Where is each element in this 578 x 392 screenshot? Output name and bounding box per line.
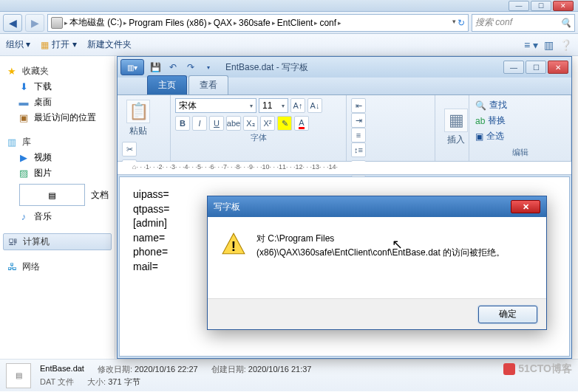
logo-icon: [503, 363, 515, 375]
search-input[interactable]: 搜索 conf 🔍: [472, 14, 575, 32]
search-placeholder: 搜索 conf: [475, 16, 512, 29]
highlight-button[interactable]: ✎: [277, 116, 292, 131]
sidebar-item-music[interactable]: ♪音乐: [3, 209, 112, 224]
star-icon: ★: [6, 66, 18, 78]
file-icon: ▤: [6, 363, 31, 388]
wp-maximize-button[interactable]: ☐: [526, 61, 546, 74]
inc-indent-icon[interactable]: ⇥: [351, 113, 366, 128]
italic-button[interactable]: I: [192, 116, 207, 131]
sidebar-item-computer[interactable]: 🖳计算机: [3, 233, 112, 250]
select-all-icon: ▣: [475, 131, 483, 142]
dialog-close-button[interactable]: ✕: [511, 200, 540, 213]
library-icon: ▥: [6, 137, 18, 148]
maximize-button[interactable]: ☐: [531, 1, 551, 11]
select-all-button[interactable]: ▣全选: [474, 129, 506, 143]
grow-font-icon[interactable]: A↑: [290, 98, 305, 113]
font-color-button[interactable]: A: [294, 116, 309, 131]
crumb-seg[interactable]: 本地磁盘 (C:): [69, 16, 122, 29]
crumb-dropdown-icon[interactable]: ▾: [452, 18, 456, 28]
computer-icon: 🖳: [7, 236, 18, 248]
crumb-seg[interactable]: QAX: [214, 18, 232, 28]
document-icon: ▤: [19, 184, 85, 206]
download-icon: ⬇: [18, 81, 30, 93]
strike-button[interactable]: abe: [226, 116, 241, 131]
replace-button[interactable]: ab替换: [474, 114, 507, 128]
nav-back-button[interactable]: ◀: [3, 14, 22, 32]
sidebar-item-desktop[interactable]: ▬桌面: [3, 94, 112, 110]
paste-icon: 📋: [126, 100, 150, 123]
crumb-seg[interactable]: EntClient: [277, 18, 313, 28]
crumb-seg[interactable]: Program Files (x86): [129, 18, 206, 28]
font-name-combo[interactable]: 宋体▾: [175, 98, 256, 113]
shrink-font-icon[interactable]: A↓: [307, 98, 322, 113]
crumb-seg[interactable]: conf: [319, 18, 336, 28]
minimize-button[interactable]: —: [509, 1, 529, 11]
find-button[interactable]: 🔍查找: [474, 98, 509, 112]
ok-button[interactable]: 确定: [478, 306, 537, 323]
crumb-seg[interactable]: 360safe: [239, 18, 271, 28]
disk-icon: [51, 17, 63, 29]
group-label: 字体: [175, 131, 341, 143]
new-folder-button[interactable]: 新建文件夹: [87, 38, 132, 51]
status-filetype: DAT 文件: [40, 376, 74, 388]
favorites-header[interactable]: ★收藏夹: [3, 63, 112, 79]
sidebar-item-documents[interactable]: ▤文档: [3, 181, 112, 209]
font-size-combo[interactable]: 11▾: [259, 98, 288, 113]
paste-button[interactable]: 📋 粘贴: [122, 98, 154, 139]
find-icon: 🔍: [475, 100, 486, 111]
wordpad-titlebar[interactable]: ▥▾ 💾 ↶ ↷ ▾ EntBase.dat - 写字板 — ☐ ✕: [118, 57, 571, 78]
nav-forward-button[interactable]: ▶: [25, 14, 44, 32]
tab-home[interactable]: 主页: [147, 75, 187, 94]
address-bar: ◀ ▶ ▸ 本地磁盘 (C:)▸ Program Files (x86)▸ QA…: [0, 12, 578, 34]
view-options-button[interactable]: ≡ ▾: [524, 39, 538, 51]
dec-indent-icon[interactable]: ⇤: [351, 98, 366, 113]
organize-button[interactable]: 组织 ▾: [6, 38, 30, 51]
ribbon-tabs: 主页 查看: [118, 78, 571, 95]
dialog-titlebar[interactable]: 写字板 ✕: [208, 196, 546, 217]
ruler[interactable]: ⌂· · ·1· · ·2· · ·3· · ·4· · ·5· · ·6· ·…: [118, 162, 571, 175]
status-bar: ▤ EntBase.dat 修改日期: 2020/10/16 22:27 创建日…: [0, 359, 578, 391]
subscript-button[interactable]: X₂: [243, 116, 258, 131]
redo-icon[interactable]: ↷: [183, 60, 199, 75]
nav-sidebar: ★收藏夹 ⬇下载 ▬桌面 ▣最近访问的位置 ▥库 ▶视频 ▨图片 ▤文档 ♪音乐…: [0, 56, 115, 359]
bullets-icon[interactable]: ≡: [351, 128, 366, 142]
insert-icon: ▦: [444, 109, 468, 132]
help-button[interactable]: ❔: [560, 39, 572, 51]
sidebar-item-videos[interactable]: ▶视频: [3, 150, 112, 165]
breadcrumb[interactable]: ▸ 本地磁盘 (C:)▸ Program Files (x86)▸ QAX▸ 3…: [47, 14, 469, 32]
qat-dropdown-icon[interactable]: ▾: [200, 60, 217, 75]
open-button[interactable]: ▦ 打开 ▾: [41, 38, 76, 51]
network-icon: 🖧: [6, 261, 18, 273]
tab-view[interactable]: 查看: [188, 75, 228, 94]
wp-close-button[interactable]: ✕: [548, 61, 568, 74]
bold-button[interactable]: B: [175, 116, 190, 131]
undo-icon[interactable]: ↶: [165, 60, 181, 75]
wp-minimize-button[interactable]: —: [503, 61, 524, 74]
line-spacing-icon[interactable]: ↕≡: [351, 142, 366, 157]
music-icon: ♪: [18, 211, 30, 223]
recent-icon: ▣: [18, 112, 30, 124]
status-filename: EntBase.dat: [40, 364, 84, 375]
dialog-title: 写字板: [214, 201, 240, 213]
insert-button[interactable]: ▦插入: [440, 107, 472, 148]
preview-pane-button[interactable]: ▥: [544, 39, 554, 51]
watermark: 51CTO博客: [503, 362, 572, 376]
search-icon: 🔍: [560, 18, 571, 28]
sidebar-item-downloads[interactable]: ⬇下载: [3, 79, 112, 94]
dialog-message: 对 C:\Program Files (x86)\QAX\360safe\Ent…: [256, 232, 505, 283]
save-icon[interactable]: 💾: [147, 60, 163, 75]
wordpad-title: EntBase.dat - 写字板: [225, 61, 308, 74]
refresh-icon[interactable]: ↻: [458, 18, 465, 28]
sidebar-item-network[interactable]: 🖧网络: [3, 259, 112, 275]
status-size: 371 字节: [108, 377, 140, 386]
close-button[interactable]: ✕: [553, 1, 574, 11]
libraries-header[interactable]: ▥库: [3, 134, 112, 150]
sidebar-item-pictures[interactable]: ▨图片: [3, 165, 112, 181]
cut-icon[interactable]: ✂: [122, 142, 137, 157]
superscript-button[interactable]: X²: [260, 116, 275, 131]
sidebar-item-recent[interactable]: ▣最近访问的位置: [3, 110, 112, 125]
underline-button[interactable]: U: [209, 116, 224, 131]
app-menu-button[interactable]: ▥▾: [120, 59, 144, 75]
video-icon: ▶: [18, 152, 30, 164]
status-moddate: 2020/10/16 22:27: [135, 365, 198, 374]
